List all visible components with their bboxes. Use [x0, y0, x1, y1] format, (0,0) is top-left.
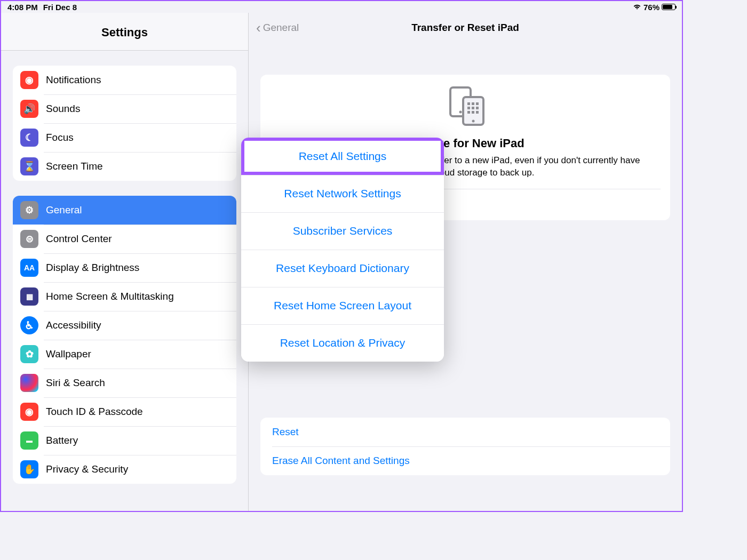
hand-icon: ✋ — [20, 460, 38, 478]
svg-rect-5 — [476, 102, 479, 105]
status-bar: 4:08 PM Fri Dec 8 76% — [1, 1, 682, 13]
svg-point-12 — [472, 120, 475, 123]
reset-button[interactable]: Reset — [260, 418, 670, 446]
sidebar-item-label: Accessibility — [46, 319, 101, 331]
sidebar-item-label: Siri & Search — [46, 377, 105, 389]
status-time: 4:08 PM — [7, 3, 38, 12]
sidebar-item-notifications[interactable]: ◉ Notifications — [13, 66, 236, 94]
sidebar-item-label: Privacy & Security — [46, 463, 128, 475]
sidebar-item-touch-id[interactable]: ◉ Touch ID & Passcode — [13, 397, 236, 426]
sidebar-item-label: Home Screen & Multitasking — [46, 291, 174, 302]
sidebar-item-label: Display & Brightness — [46, 262, 139, 274]
hourglass-icon: ⌛ — [20, 157, 38, 175]
sidebar-group-2: ⚙ General ⊜ Control Center AA Display & … — [13, 196, 236, 484]
speaker-icon: 🔊 — [20, 100, 38, 118]
app-frame: 4:08 PM Fri Dec 8 76% Settings ◉ Notific… — [0, 0, 683, 512]
sidebar-item-battery[interactable]: ▬ Battery — [13, 426, 236, 455]
svg-rect-9 — [467, 111, 470, 114]
reset-home-screen-layout-option[interactable]: Reset Home Screen Layout — [241, 287, 444, 324]
sidebar-item-label: Focus — [46, 132, 74, 143]
svg-rect-3 — [467, 102, 470, 105]
switches-icon: ⊜ — [20, 230, 38, 248]
sidebar-item-home-screen[interactable]: ▦ Home Screen & Multitasking — [13, 282, 236, 311]
sidebar-title: Settings — [1, 13, 248, 51]
battery-setting-icon: ▬ — [20, 431, 38, 450]
reset-popover: Reset All Settings Reset Network Setting… — [241, 138, 444, 362]
svg-rect-11 — [476, 111, 479, 114]
nav-bar: ‹ General Transfer or Reset iPad — [249, 13, 682, 43]
sidebar-item-label: Battery — [46, 435, 78, 446]
status-date: Fri Dec 8 — [43, 3, 77, 12]
sidebar-item-label: Touch ID & Passcode — [46, 406, 143, 418]
back-button[interactable]: ‹ General — [256, 20, 299, 36]
battery-icon — [662, 4, 676, 10]
sidebar-item-label: Sounds — [46, 103, 80, 115]
svg-rect-7 — [472, 107, 474, 109]
subscriber-services-option[interactable]: Subscriber Services — [241, 212, 444, 250]
reset-location-privacy-option[interactable]: Reset Location & Privacy — [241, 324, 444, 362]
sidebar-group-1: ◉ Notifications 🔊 Sounds ☾ Focus ⌛ Scree… — [13, 66, 236, 181]
chevron-left-icon: ‹ — [256, 20, 261, 36]
back-label: General — [263, 22, 299, 34]
page-title: Transfer or Reset iPad — [249, 22, 682, 34]
sidebar-item-display-brightness[interactable]: AA Display & Brightness — [13, 253, 236, 282]
sidebar-item-label: Notifications — [46, 74, 101, 86]
svg-rect-4 — [472, 102, 474, 105]
flower-icon: ✿ — [20, 345, 38, 363]
sidebar-item-label: Screen Time — [46, 161, 103, 172]
svg-point-1 — [459, 111, 462, 114]
erase-all-button[interactable]: Erase All Content and Settings — [260, 446, 670, 475]
svg-rect-10 — [472, 111, 474, 114]
bell-icon: ◉ — [20, 71, 38, 89]
reset-network-settings-option[interactable]: Reset Network Settings — [241, 175, 444, 212]
wifi-icon — [633, 4, 641, 10]
devices-icon — [444, 84, 487, 129]
sidebar-item-accessibility[interactable]: ♿︎ Accessibility — [13, 311, 236, 340]
reset-keyboard-dictionary-option[interactable]: Reset Keyboard Dictionary — [241, 250, 444, 287]
battery-percent: 76% — [643, 3, 659, 12]
sidebar-item-focus[interactable]: ☾ Focus — [13, 123, 236, 152]
sidebar-item-general[interactable]: ⚙ General — [13, 196, 236, 225]
moon-icon: ☾ — [20, 129, 38, 147]
fingerprint-icon: ◉ — [20, 403, 38, 421]
sidebar-item-control-center[interactable]: ⊜ Control Center — [13, 225, 236, 253]
text-size-icon: AA — [20, 259, 38, 277]
reset-actions-card: Reset Erase All Content and Settings — [260, 418, 670, 475]
sidebar: Settings ◉ Notifications 🔊 Sounds ☾ Focu… — [1, 13, 249, 511]
reset-all-settings-option[interactable]: Reset All Settings — [241, 138, 444, 175]
sidebar-item-sounds[interactable]: 🔊 Sounds — [13, 94, 236, 123]
svg-rect-8 — [476, 107, 479, 109]
sidebar-item-label: Control Center — [46, 233, 112, 245]
sidebar-item-privacy-security[interactable]: ✋ Privacy & Security — [13, 455, 236, 484]
app-grid-icon: ▦ — [20, 287, 38, 306]
sidebar-item-siri-search[interactable]: Siri & Search — [13, 369, 236, 397]
accessibility-icon: ♿︎ — [20, 316, 38, 334]
gear-icon: ⚙ — [20, 201, 38, 219]
sidebar-item-label: General — [46, 204, 82, 216]
siri-icon — [20, 374, 38, 392]
sidebar-item-label: Wallpaper — [46, 348, 91, 360]
svg-rect-6 — [467, 107, 470, 109]
sidebar-item-screen-time[interactable]: ⌛ Screen Time — [13, 152, 236, 181]
sidebar-item-wallpaper[interactable]: ✿ Wallpaper — [13, 340, 236, 369]
